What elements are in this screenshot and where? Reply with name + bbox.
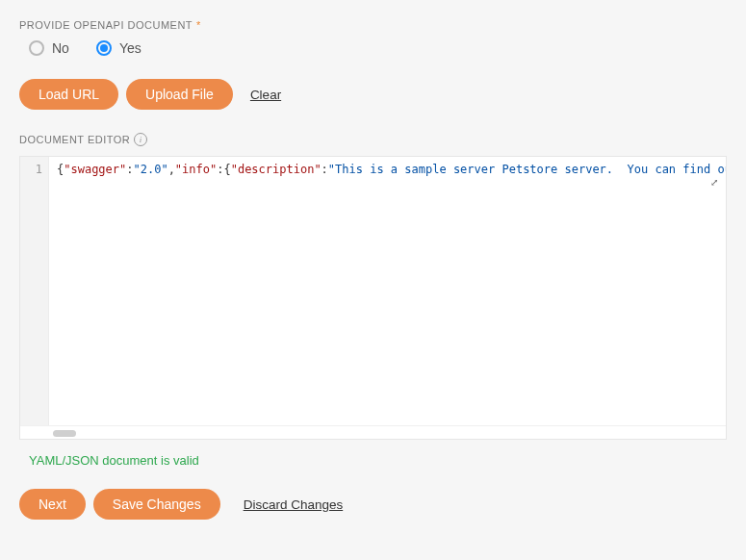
document-editor-label-text: DOCUMENT EDITOR [19, 134, 130, 145]
provide-openapi-label-text: PROVIDE OPENAPI DOCUMENT [19, 19, 193, 31]
editor-scrollbar-horizontal[interactable] [20, 425, 726, 439]
document-editor[interactable]: 1 {"swagger":"2.0","info":{"description"… [19, 156, 727, 440]
action-button-row: Load URL Upload File Clear [19, 79, 727, 110]
code-token-str: "This is a sample server Petstore server… [328, 163, 726, 176]
scrollbar-thumb[interactable] [53, 430, 76, 437]
editor-gutter: 1 [20, 157, 49, 425]
radio-label-no: No [52, 40, 69, 56]
discard-changes-link[interactable]: Discard Changes [244, 497, 344, 512]
code-token-key: "description" [231, 163, 322, 176]
code-area[interactable]: {"swagger":"2.0","info":{"description":"… [49, 157, 726, 425]
document-editor-label: DOCUMENT EDITOR i [19, 133, 727, 146]
radio-option-no[interactable]: No [29, 40, 69, 56]
radio-option-yes[interactable]: Yes [96, 40, 141, 56]
code-token-key: "swagger" [64, 163, 126, 176]
radio-circle-icon [29, 40, 44, 56]
clear-link[interactable]: Clear [250, 88, 281, 102]
code-token-comma: , [168, 163, 175, 176]
upload-file-button[interactable]: Upload File [126, 79, 233, 110]
code-line: {"swagger":"2.0","info":{"description":"… [57, 163, 726, 176]
code-token-key: "info" [175, 163, 217, 176]
next-button[interactable]: Next [19, 489, 86, 520]
expand-icon[interactable]: ⤢ [710, 178, 718, 188]
line-number-1: 1 [20, 163, 42, 176]
code-token-brace: { [223, 163, 230, 176]
required-star-icon: * [196, 19, 201, 31]
radio-label-yes: Yes [119, 40, 141, 56]
save-changes-button[interactable]: Save Changes [93, 489, 220, 520]
footer-button-row: Next Save Changes Discard Changes [19, 489, 727, 520]
code-token-colon: : [322, 163, 328, 176]
load-url-button[interactable]: Load URL [19, 79, 118, 110]
provide-openapi-label: PROVIDE OPENAPI DOCUMENT * [19, 19, 727, 31]
openapi-radio-group: No Yes [29, 40, 727, 56]
code-token-colon: : [126, 163, 133, 176]
code-token-str: "2.0" [134, 163, 168, 176]
editor-body: 1 {"swagger":"2.0","info":{"description"… [20, 157, 726, 425]
radio-circle-selected-icon [96, 40, 112, 56]
validation-message: YAML/JSON document is valid [29, 453, 727, 468]
info-icon[interactable]: i [134, 133, 147, 146]
